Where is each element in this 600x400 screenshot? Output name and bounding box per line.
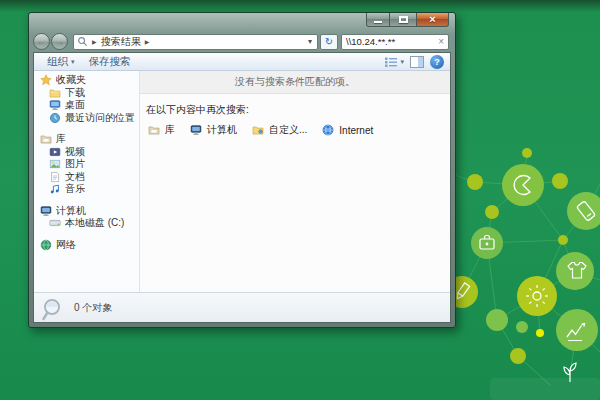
empty-message: 没有与搜索条件匹配的项。 — [235, 75, 355, 89]
close-button[interactable]: × — [416, 13, 449, 27]
navigation-bar: ← → ▶ 搜索结果 ▶ ▾ ↻ \\10.24.**.** × — [29, 31, 455, 52]
command-toolbar: 组织 ▾ 保存搜索 ▾ ? — [34, 53, 450, 71]
sidebar-item-favorites[interactable]: 收藏夹 — [34, 74, 139, 87]
sidebar-item-videos[interactable]: 视频 — [34, 146, 139, 159]
save-search-button[interactable]: 保存搜索 — [82, 54, 138, 70]
search-again-computer[interactable]: 计算机 — [190, 123, 237, 137]
help-icon: ? — [434, 57, 440, 67]
folder-icon — [49, 87, 61, 99]
search-box[interactable]: \\10.24.**.** × — [341, 34, 449, 50]
navigation-pane: 收藏夹 下载 桌面 最近访问的位置 库 视频 图片 文档 音乐 计算机 本地磁盘… — [34, 71, 140, 292]
refresh-button[interactable]: ↻ — [320, 34, 338, 50]
back-icon: ← — [37, 37, 47, 47]
chart-pulse-icon — [556, 309, 598, 351]
phone-icon — [567, 192, 600, 230]
window-client-area: 组织 ▾ 保存搜索 ▾ ? — [33, 52, 451, 323]
tshirt-icon — [556, 252, 594, 290]
search-again-targets: 库 计算机 自定义... Internet — [146, 123, 450, 137]
computer-icon — [190, 124, 203, 137]
disk-icon — [49, 217, 61, 229]
breadcrumb-arrow-icon: ▶ — [92, 38, 97, 45]
search-query: \\10.24.**.** — [346, 36, 395, 47]
back-button[interactable]: ← — [33, 33, 50, 50]
address-bar[interactable]: ▶ 搜索结果 ▶ ▾ — [73, 34, 318, 50]
computer-icon — [40, 205, 52, 217]
sidebar-item-documents[interactable]: 文档 — [34, 171, 139, 184]
maximize-button[interactable] — [390, 13, 416, 27]
document-icon — [49, 171, 61, 183]
custom-icon — [252, 124, 265, 137]
desktop: × ← → ▶ 搜索结果 ▶ ▾ ↻ \\10.24.**.** × — [0, 0, 600, 400]
internet-icon — [322, 124, 335, 137]
organize-button[interactable]: 组织 ▾ — [40, 54, 82, 70]
change-view-button[interactable]: ▾ — [384, 56, 404, 68]
save-search-label: 保存搜索 — [89, 55, 131, 69]
video-icon — [49, 146, 61, 158]
close-icon: × — [429, 14, 435, 25]
minimize-icon — [374, 21, 382, 23]
search-again-internet[interactable]: Internet — [322, 124, 373, 137]
sidebar-item-libraries[interactable]: 库 — [34, 133, 139, 146]
clear-search-icon[interactable]: × — [438, 36, 444, 47]
search-again-label: 在以下内容中再次搜索: — [146, 103, 450, 117]
list-view-icon — [384, 56, 398, 68]
forward-icon: → — [55, 37, 65, 47]
maximize-icon — [399, 16, 408, 23]
organize-label: 组织 — [47, 55, 68, 69]
empty-result-band: 没有与搜索条件匹配的项。 — [140, 71, 450, 94]
address-dropdown-icon[interactable]: ▾ — [306, 37, 314, 46]
refresh-icon: ↻ — [325, 36, 333, 47]
star-icon — [40, 74, 52, 86]
search-status-icon — [42, 298, 64, 322]
title-bar[interactable]: × — [29, 13, 455, 31]
picture-icon — [49, 158, 61, 170]
items-count: 0 个对象 — [74, 301, 112, 315]
sun-icon — [517, 276, 557, 316]
forward-button[interactable]: → — [51, 33, 68, 50]
sidebar-item-computer[interactable]: 计算机 — [34, 205, 139, 218]
chevron-down-icon: ▾ — [400, 58, 404, 66]
chevron-down-icon: ▾ — [71, 58, 75, 66]
search-icon — [77, 36, 88, 47]
explorer-window: × ← → ▶ 搜索结果 ▶ ▾ ↻ \\10.24.**.** × — [28, 12, 456, 328]
pie-chart-icon — [502, 164, 544, 206]
sidebar-item-pictures[interactable]: 图片 — [34, 158, 139, 171]
breadcrumb[interactable]: 搜索结果 — [101, 35, 141, 49]
network-icon — [40, 239, 52, 251]
library-icon — [40, 133, 52, 145]
preview-pane-button[interactable] — [410, 56, 424, 68]
sidebar-item-downloads[interactable]: 下载 — [34, 87, 139, 100]
desktop-icon — [49, 99, 61, 111]
help-button[interactable]: ? — [430, 55, 444, 69]
breadcrumb-arrow-icon[interactable]: ▶ — [145, 38, 150, 45]
sidebar-item-recent-places[interactable]: 最近访问的位置 — [34, 112, 139, 125]
sidebar-item-local-disk-c[interactable]: 本地磁盘 (C:) — [34, 217, 139, 230]
caption-buttons: × — [366, 13, 449, 27]
sidebar-item-network[interactable]: 网络 — [34, 239, 139, 252]
main-area: 收藏夹 下载 桌面 最近访问的位置 库 视频 图片 文档 音乐 计算机 本地磁盘… — [34, 71, 450, 292]
status-bar: 0 个对象 — [34, 292, 450, 322]
content-pane: 没有与搜索条件匹配的项。 在以下内容中再次搜索: 库 计算机 自定义... In… — [140, 71, 450, 292]
music-icon — [49, 183, 61, 195]
library-icon — [148, 124, 161, 137]
briefcase-icon — [471, 227, 503, 259]
sidebar-item-desktop[interactable]: 桌面 — [34, 99, 139, 112]
search-again-custom[interactable]: 自定义... — [252, 123, 307, 137]
minimize-button[interactable] — [366, 13, 390, 27]
search-again-section: 在以下内容中再次搜索: 库 计算机 自定义... Internet — [140, 94, 450, 137]
search-again-libraries[interactable]: 库 — [148, 123, 175, 137]
toolbar-right-group: ▾ ? — [384, 55, 444, 69]
recent-icon — [49, 112, 61, 124]
sidebar-item-music[interactable]: 音乐 — [34, 183, 139, 196]
